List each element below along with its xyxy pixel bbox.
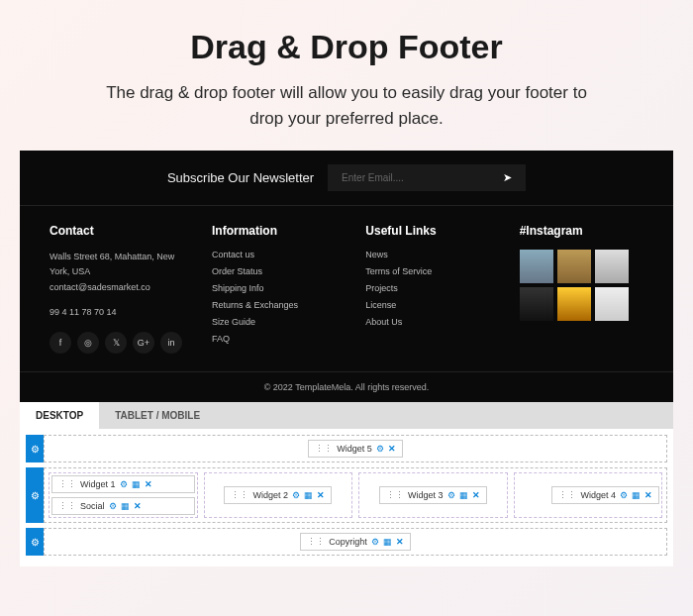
info-link[interactable]: Returns & Exchanges [212,300,336,310]
info-link[interactable]: Size Guide [212,317,336,327]
widget-label: Widget 2 [252,490,288,500]
drag-icon[interactable]: ⋮⋮ [315,444,333,454]
builder-row: ⚙ ⋮⋮ Copyright ⚙ ▦ ✕ [26,528,667,556]
widget-label: Widget 1 [80,479,116,489]
duplicate-icon[interactable]: ▦ [132,479,141,489]
duplicate-icon[interactable]: ▦ [383,537,392,547]
duplicate-icon[interactable]: ▦ [632,490,641,500]
useful-link[interactable]: Projects [365,283,489,293]
newsletter-bar: Subscribe Our Newsletter Enter Email....… [20,151,673,206]
tab-desktop[interactable]: DESKTOP [20,402,99,429]
device-tabs: DESKTOP TABLET / MOBILE [20,402,673,429]
google-plus-icon[interactable]: G+ [133,332,154,354]
footer-builder: DESKTOP TABLET / MOBILE ⚙ ⋮⋮ Widget 5 ⚙ … [20,402,673,566]
copyright-text: © 2022 TemplateMela. All rights reserved… [20,371,673,402]
widget-block[interactable]: ⋮⋮ Widget 1 ⚙ ▦ ✕ [51,475,195,493]
widget-label: Widget 4 [580,490,616,500]
useful-link[interactable]: About Us [365,317,489,327]
gear-icon[interactable]: ⚙ [447,490,455,500]
drag-icon[interactable]: ⋮⋮ [307,537,325,547]
contact-heading: Contact [50,224,182,238]
contact-phone: 99 4 11 78 70 14 [50,305,182,320]
send-icon[interactable]: ➤ [503,171,512,184]
page-description: The drag & drop footer will allow you to… [89,80,604,131]
duplicate-icon[interactable]: ▦ [121,501,130,511]
row-settings-handle[interactable]: ⚙ [26,528,44,556]
gear-icon[interactable]: ⚙ [109,501,117,511]
row-settings-handle[interactable]: ⚙ [26,435,44,462]
widget-block[interactable]: ⋮⋮ Widget 5 ⚙ ✕ [308,440,403,458]
widget-label: Social [80,501,105,511]
instagram-thumb[interactable] [557,287,591,321]
close-icon[interactable]: ✕ [145,479,152,489]
page-title: Drag & Drop Footer [20,28,673,66]
close-icon[interactable]: ✕ [134,501,142,511]
twitter-icon[interactable]: 𝕏 [105,332,127,354]
contact-email: contact@sadesmarket.co [50,280,182,295]
info-link[interactable]: Order Status [212,266,336,276]
builder-row: ⚙ ⋮⋮ Widget 5 ⚙ ✕ [26,435,667,462]
widget-block[interactable]: ⋮⋮ Widget 4 ⚙ ▦ ✕ [551,486,659,504]
drag-icon[interactable]: ⋮⋮ [231,490,248,500]
instagram-thumb[interactable] [557,250,591,283]
widget-block[interactable]: ⋮⋮ Widget 3 ⚙ ▦ ✕ [379,486,487,504]
useful-link[interactable]: Terms of Service [365,266,489,276]
widget-block[interactable]: ⋮⋮ Copyright ⚙ ▦ ✕ [300,533,411,551]
drag-icon[interactable]: ⋮⋮ [558,490,576,500]
instagram-icon[interactable]: ◎ [77,332,99,354]
facebook-icon[interactable]: f [50,332,71,354]
info-link[interactable]: Contact us [212,250,336,259]
gear-icon[interactable]: ⚙ [371,537,379,547]
drag-icon[interactable]: ⋮⋮ [58,501,76,511]
useful-heading: Useful Links [365,224,489,238]
useful-link[interactable]: News [365,250,489,259]
widget-block[interactable]: ⋮⋮ Widget 2 ⚙ ▦ ✕ [224,486,332,504]
gear-icon[interactable]: ⚙ [376,444,384,454]
close-icon[interactable]: ✕ [388,444,396,454]
close-icon[interactable]: ✕ [317,490,325,500]
drag-icon[interactable]: ⋮⋮ [58,479,76,489]
instagram-thumb[interactable] [595,287,629,321]
gear-icon[interactable]: ⚙ [292,490,300,500]
gear-icon[interactable]: ⚙ [620,490,628,500]
duplicate-icon[interactable]: ▦ [304,490,313,500]
widget-label: Copyright [329,537,367,547]
newsletter-title: Subscribe Our Newsletter [167,170,314,185]
info-link[interactable]: FAQ [212,334,336,344]
tab-tablet-mobile[interactable]: TABLET / MOBILE [99,402,216,429]
widget-block[interactable]: ⋮⋮ Social ⚙ ▦ ✕ [51,497,195,515]
linkedin-icon[interactable]: in [160,332,182,354]
instagram-thumb[interactable] [520,250,553,283]
contact-address: Walls Street 68, Mahattan, New York, USA [50,250,182,280]
gear-icon[interactable]: ⚙ [120,479,128,489]
information-heading: Information [212,224,336,238]
duplicate-icon[interactable]: ▦ [459,490,468,500]
contact-column: Contact Walls Street 68, Mahattan, New Y… [50,224,182,354]
instagram-heading: #Instagram [520,224,644,238]
footer-preview: Subscribe Our Newsletter Enter Email....… [20,151,673,402]
row-settings-handle[interactable]: ⚙ [26,467,44,523]
newsletter-form[interactable]: Enter Email.... ➤ [328,164,526,191]
instagram-column: #Instagram [520,224,644,354]
builder-row: ⚙ ⋮⋮ Widget 1 ⚙ ▦ ✕ ⋮⋮ Social [26,467,667,523]
close-icon[interactable]: ✕ [472,490,480,500]
info-link[interactable]: Shipping Info [212,283,336,293]
useful-links-column: Useful Links News Terms of Service Proje… [365,224,489,354]
instagram-thumb[interactable] [595,250,629,283]
useful-link[interactable]: License [365,300,489,310]
information-column: Information Contact us Order Status Ship… [212,224,336,354]
close-icon[interactable]: ✕ [396,537,404,547]
widget-label: Widget 5 [337,444,372,454]
close-icon[interactable]: ✕ [644,490,652,500]
drag-icon[interactable]: ⋮⋮ [386,490,404,500]
email-input[interactable]: Enter Email.... [342,172,404,183]
widget-label: Widget 3 [408,490,444,500]
instagram-thumb[interactable] [520,287,553,321]
